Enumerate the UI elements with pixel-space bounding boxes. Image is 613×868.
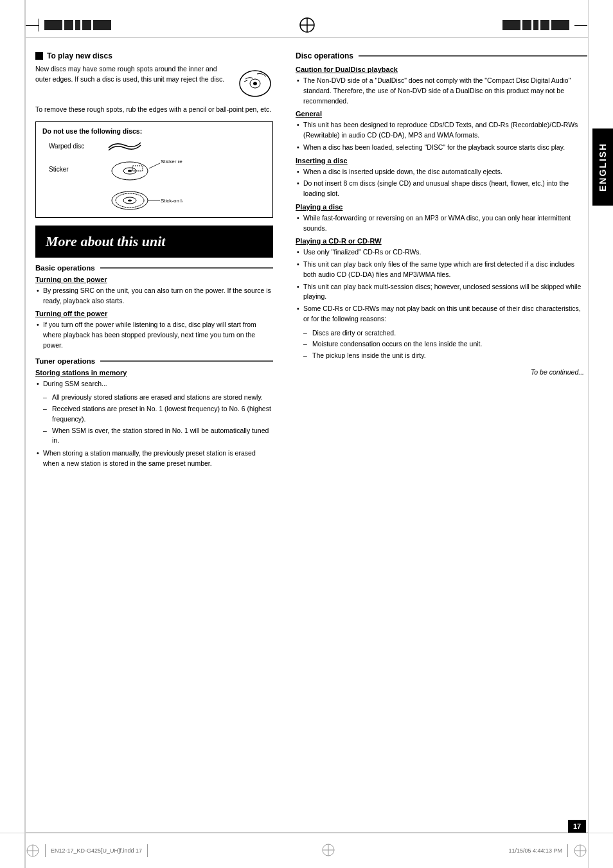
playing-cdr-item3: This unit can play back multi-session di… bbox=[296, 282, 587, 303]
playing-disc-title: Playing a disc bbox=[296, 203, 587, 211]
page-wrapper: ENGLISH To play new discs New discs may … bbox=[0, 0, 613, 868]
svg-point-15 bbox=[128, 199, 132, 201]
bottom-center-cross bbox=[321, 843, 335, 857]
bottom-left-cross bbox=[26, 844, 40, 858]
general-list: This unit has been designed to reproduce… bbox=[296, 120, 587, 152]
bottom-right-cross bbox=[573, 844, 587, 858]
more-about-box: More about this unit bbox=[35, 226, 273, 258]
rbar4 bbox=[540, 20, 549, 30]
sticker-img: Sticker residue bbox=[105, 157, 266, 182]
top-rule bbox=[24, 37, 589, 38]
disc-row-stickon: Stick-on label bbox=[49, 186, 266, 212]
bottom-divider bbox=[45, 844, 46, 857]
tuner-ops-line bbox=[100, 360, 273, 362]
turning-on-title: Turning on the power bbox=[35, 276, 273, 283]
do-not-use-title: Do not use the following discs: bbox=[42, 127, 266, 135]
storing-bullet2: When storing a station manually, the pre… bbox=[35, 448, 273, 469]
right-column: Disc operations Caution for DualDisc pla… bbox=[286, 45, 587, 475]
playing-cdr-item2: This unit can play back only files of th… bbox=[296, 260, 587, 280]
caution-dualdisc-title: Caution for DualDisc playback bbox=[296, 66, 587, 73]
disc-icon bbox=[238, 67, 273, 101]
basic-ops-line bbox=[100, 267, 273, 269]
disc-ops-title: Disc operations bbox=[296, 51, 359, 60]
play-new-discs-content: New discs may have some rough spots arou… bbox=[35, 64, 273, 101]
left-border bbox=[24, 0, 26, 868]
storing-dash-list: All previously stored stations are erase… bbox=[43, 393, 273, 446]
play-new-discs-section: To play new discs New discs may have som… bbox=[35, 51, 273, 115]
storing-stations-list: During SSM search... bbox=[35, 379, 273, 389]
bar5 bbox=[93, 20, 111, 30]
play-text2: To remove these rough spots, rub the edg… bbox=[35, 105, 273, 115]
basic-ops-header: Basic operations bbox=[35, 264, 273, 272]
caution-dualdisc-list: The Non-DVD side of a "DualDisc" does no… bbox=[296, 76, 587, 106]
disc-ops-header: Disc operations bbox=[296, 51, 587, 60]
storing-stations-title: Storing stations in memory bbox=[35, 369, 273, 376]
rbar3 bbox=[533, 20, 538, 30]
page-number: 17 bbox=[568, 820, 586, 833]
playing-disc-item: While fast-forwarding or reversing on an… bbox=[296, 213, 587, 234]
tuner-operations-section: Tuner operations Storing stations in mem… bbox=[35, 357, 273, 469]
svg-text:Sticker residue: Sticker residue bbox=[161, 159, 182, 164]
bar1 bbox=[44, 20, 62, 30]
disc-diagrams: Warped disc Sticker bbox=[42, 140, 266, 212]
svg-point-9 bbox=[128, 170, 132, 172]
storing-dash1: All previously stored stations are erase… bbox=[43, 393, 273, 403]
reg-mark-left bbox=[26, 20, 111, 30]
inserting-disc-title: Inserting a disc bbox=[296, 157, 587, 164]
playing-cdr-dash1: Discs are dirty or scratched. bbox=[303, 328, 587, 339]
right-border bbox=[588, 0, 589, 868]
bar2 bbox=[64, 20, 73, 30]
disc-row-warped: Warped disc bbox=[49, 140, 266, 153]
storing-dash3: When SSM is over, the station stored in … bbox=[43, 426, 273, 447]
reg-mark-right bbox=[502, 20, 587, 30]
rbar1 bbox=[502, 20, 520, 30]
storing-bullet1: During SSM search... bbox=[35, 379, 273, 389]
inserting-disc-item1: When a disc is inserted upside down, the… bbox=[296, 167, 587, 177]
top-bars-left bbox=[44, 20, 111, 30]
language-sidebar: ENGLISH bbox=[592, 128, 613, 206]
turning-off-list: If you turn off the power while listenin… bbox=[35, 320, 273, 350]
turning-off-item: If you turn off the power while listenin… bbox=[35, 320, 273, 350]
stickon-img: Stick-on label bbox=[105, 186, 266, 212]
playing-disc-list: While fast-forwarding or reversing on an… bbox=[296, 213, 587, 234]
storing-dash2: Received stations are preset in No. 1 (l… bbox=[43, 404, 273, 425]
inserting-disc-list: When a disc is inserted upside down, the… bbox=[296, 167, 587, 199]
file-info: EN12-17_KD-G425[U_UH]f.indd 17 bbox=[51, 847, 142, 854]
playing-cdr-dash2: Moisture condensation occurs on the lens… bbox=[303, 339, 587, 350]
continue-text: To be continued... bbox=[296, 368, 587, 378]
basic-operations-section: Basic operations Turning on the power By… bbox=[35, 264, 273, 351]
date-info: 11/15/05 4:44:13 PM bbox=[508, 847, 562, 854]
left-column: To play new discs New discs may have som… bbox=[35, 45, 286, 475]
turning-off-title: Turning off the power bbox=[35, 310, 273, 317]
top-marks bbox=[0, 0, 613, 39]
inserting-disc-item2: Do not insert 8 cm discs (single CD) and… bbox=[296, 179, 587, 199]
play-new-discs-header: To play new discs bbox=[35, 51, 273, 60]
disc-row-sticker: Sticker Sticker residu bbox=[49, 157, 266, 182]
play-new-discs-title: To play new discs bbox=[47, 51, 112, 60]
playing-cdr-item4: Some CD-Rs or CD-RWs may not play back o… bbox=[296, 304, 587, 324]
tuner-ops-title: Tuner operations bbox=[35, 357, 100, 365]
storing-bullet2-list: When storing a station manually, the pre… bbox=[35, 448, 273, 469]
bar4 bbox=[82, 20, 91, 30]
rbar2 bbox=[522, 20, 531, 30]
svg-line-11 bbox=[149, 163, 160, 168]
svg-point-5 bbox=[253, 82, 257, 85]
basic-ops-title: Basic operations bbox=[35, 264, 100, 272]
svg-line-6 bbox=[244, 80, 247, 82]
center-cross bbox=[299, 17, 315, 33]
general-item2: When a disc has been loaded, selecting "… bbox=[296, 143, 587, 153]
bar3 bbox=[75, 20, 80, 30]
warped-img bbox=[105, 140, 266, 153]
rbar5 bbox=[551, 20, 569, 30]
bottom-divider3 bbox=[567, 844, 568, 857]
bottom-divider2 bbox=[147, 844, 148, 857]
play-text1: New discs may have some rough spots arou… bbox=[35, 64, 233, 85]
warped-label: Warped disc bbox=[49, 143, 100, 150]
caution-dualdisc-item: The Non-DVD side of a "DualDisc" does no… bbox=[296, 76, 587, 106]
playing-cdr-title: Playing a CD-R or CD-RW bbox=[296, 237, 587, 245]
bottom-center bbox=[321, 843, 335, 858]
main-content: To play new discs New discs may have som… bbox=[0, 39, 613, 482]
sticker-label: Sticker bbox=[49, 166, 100, 173]
tuner-ops-header: Tuner operations bbox=[35, 357, 273, 365]
turning-on-list: By pressing SRC on the unit, you can als… bbox=[35, 286, 273, 306]
